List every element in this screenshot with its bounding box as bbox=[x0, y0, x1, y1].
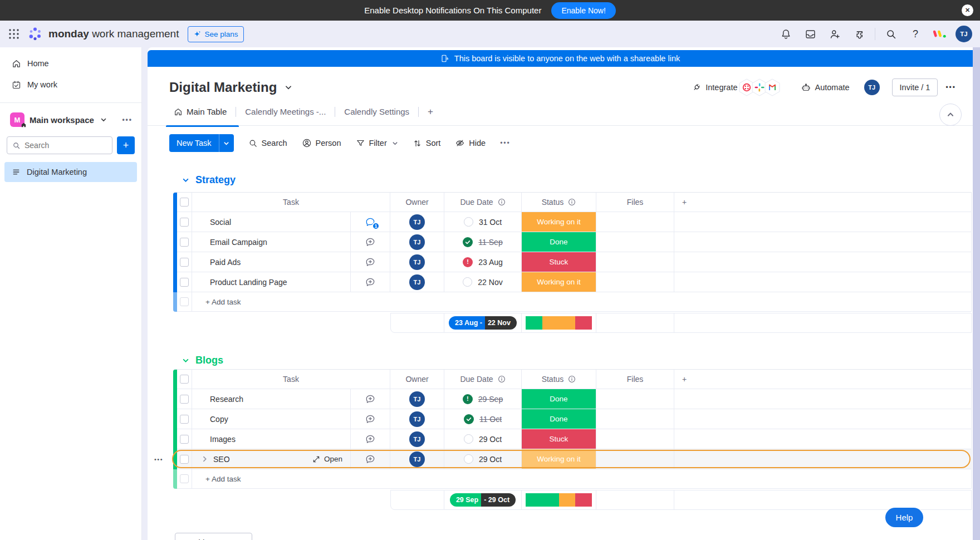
group-collapse-chevron-icon[interactable] bbox=[182, 357, 189, 364]
task-name-cell[interactable]: Paid Ads bbox=[192, 252, 351, 272]
chevron-down-icon[interactable] bbox=[392, 140, 398, 146]
task-name-cell[interactable]: SEO Open bbox=[192, 449, 351, 469]
new-task-button[interactable]: New Task bbox=[169, 134, 234, 152]
add-task-row[interactable]: + Add task bbox=[173, 292, 972, 312]
table-row-images[interactable]: Images TJ 29 Oct Stuck bbox=[173, 429, 972, 449]
owner-cell[interactable]: TJ bbox=[390, 409, 444, 429]
add-update-icon[interactable] bbox=[365, 454, 376, 465]
status-distribution-cell[interactable] bbox=[522, 490, 596, 510]
open-item-button[interactable]: Open bbox=[312, 455, 350, 463]
task-name-cell[interactable]: Research bbox=[192, 389, 351, 409]
add-update-icon[interactable] bbox=[365, 237, 376, 248]
add-update-icon[interactable] bbox=[365, 257, 376, 268]
add-update-icon[interactable] bbox=[365, 414, 376, 425]
updates-chat-icon[interactable]: 1 bbox=[365, 217, 376, 228]
toolbar-more-icon[interactable]: ••• bbox=[500, 139, 511, 147]
table-row-social[interactable]: Social 1 TJ 31 Oct Working on it bbox=[173, 212, 972, 232]
task-name-cell[interactable]: Social bbox=[192, 212, 351, 232]
chevron-down-icon[interactable] bbox=[100, 116, 107, 123]
owner-cell[interactable]: TJ bbox=[390, 232, 444, 252]
row-checkbox[interactable] bbox=[180, 278, 189, 287]
help-icon[interactable]: ? bbox=[906, 25, 924, 43]
select-all-checkbox[interactable] bbox=[180, 375, 189, 384]
tab-calendly-meetings[interactable]: Calendly Meetings -... bbox=[238, 104, 332, 120]
table-row-product-landing-page[interactable]: Product Landing Page TJ 22 Nov Working o… bbox=[173, 272, 972, 292]
info-icon[interactable] bbox=[568, 198, 576, 206]
row-checkbox[interactable] bbox=[180, 218, 189, 227]
table-row-seo[interactable]: ••• SEO Open TJ 29 Oct Working on it bbox=[173, 449, 972, 469]
status-distribution-cell[interactable] bbox=[522, 313, 596, 333]
add-task-button[interactable]: + Add task bbox=[192, 292, 972, 312]
column-header-due-date[interactable]: Due Date bbox=[444, 369, 522, 389]
board-title-chevron-icon[interactable] bbox=[285, 84, 292, 91]
tab-main-table[interactable]: Main Table bbox=[167, 104, 233, 120]
files-cell[interactable] bbox=[596, 272, 674, 292]
row-menu-icon[interactable]: ••• bbox=[154, 449, 163, 469]
apps-marketplace-puzzle-icon[interactable] bbox=[850, 25, 868, 43]
owner-cell[interactable]: TJ bbox=[390, 429, 444, 449]
files-cell[interactable] bbox=[596, 212, 674, 232]
table-row-paid-ads[interactable]: Paid Ads TJ !23 Aug Stuck bbox=[173, 252, 972, 272]
sidebar-item-home[interactable]: Home bbox=[4, 53, 137, 74]
status-cell[interactable]: Working on it bbox=[522, 449, 596, 469]
invite-members-icon[interactable] bbox=[826, 25, 844, 43]
status-cell[interactable]: Working on it bbox=[522, 212, 596, 232]
files-cell[interactable] bbox=[596, 252, 674, 272]
column-header-task[interactable]: Task bbox=[192, 192, 390, 212]
notifications-bell-icon[interactable] bbox=[777, 25, 795, 43]
new-task-dropdown-icon[interactable] bbox=[219, 134, 234, 152]
table-row-copy[interactable]: Copy TJ 11 Oct Done bbox=[173, 409, 972, 429]
task-name-cell[interactable]: Email Campaign bbox=[192, 232, 351, 252]
date-range-cell[interactable]: 23 Aug - 22 Nov bbox=[444, 313, 522, 333]
table-row-email-campaign[interactable]: Email Campaign TJ 11 Sep Done bbox=[173, 232, 972, 252]
due-date-cell[interactable]: 11 Oct bbox=[444, 409, 522, 429]
add-task-row[interactable]: + Add task bbox=[173, 469, 972, 489]
column-header-task[interactable]: Task bbox=[192, 369, 390, 389]
inbox-tray-icon[interactable] bbox=[801, 25, 819, 43]
add-column-button[interactable]: + bbox=[674, 192, 972, 212]
apps-grid-icon[interactable] bbox=[8, 28, 20, 40]
add-column-button[interactable]: + bbox=[674, 369, 972, 389]
workspace-more-icon[interactable]: ••• bbox=[122, 116, 133, 124]
column-header-owner[interactable]: Owner bbox=[390, 192, 444, 212]
info-icon[interactable] bbox=[498, 375, 506, 383]
sidebar-search[interactable] bbox=[7, 136, 112, 154]
owner-cell[interactable]: TJ bbox=[390, 212, 444, 232]
integrate-button[interactable]: Integrate bbox=[692, 82, 737, 92]
collapse-header-button[interactable] bbox=[939, 104, 962, 126]
add-update-icon[interactable] bbox=[365, 277, 376, 288]
status-cell[interactable]: Stuck bbox=[522, 429, 596, 449]
automate-button[interactable]: Automate bbox=[801, 82, 850, 93]
status-cell[interactable]: Done bbox=[522, 389, 596, 409]
filter-button[interactable]: Filter bbox=[356, 139, 398, 148]
status-cell[interactable]: Done bbox=[522, 232, 596, 252]
files-cell[interactable] bbox=[596, 389, 674, 409]
task-name-cell[interactable]: Images bbox=[192, 429, 351, 449]
status-cell[interactable]: Working on it bbox=[522, 272, 596, 292]
see-plans-button[interactable]: See plans bbox=[188, 26, 244, 42]
enable-notifications-button[interactable]: Enable Now! bbox=[551, 2, 615, 19]
column-header-files[interactable]: Files bbox=[596, 369, 674, 389]
workspace-switcher[interactable]: M Main workspace ••• bbox=[0, 110, 141, 130]
group-header-strategy[interactable]: Strategy bbox=[182, 173, 973, 187]
board-more-icon[interactable]: ••• bbox=[945, 84, 956, 91]
owner-cell[interactable]: TJ bbox=[390, 272, 444, 292]
due-date-cell[interactable]: 29 Oct bbox=[444, 429, 522, 449]
monday-logo[interactable]: monday work management bbox=[27, 26, 179, 42]
due-date-cell[interactable]: 22 Nov bbox=[444, 272, 522, 292]
column-header-files[interactable]: Files bbox=[596, 192, 674, 212]
row-checkbox[interactable] bbox=[180, 435, 189, 444]
files-cell[interactable] bbox=[596, 429, 674, 449]
row-checkbox[interactable] bbox=[180, 258, 189, 267]
row-checkbox[interactable] bbox=[180, 395, 189, 404]
group-collapse-chevron-icon[interactable] bbox=[182, 176, 189, 184]
owner-cell[interactable]: TJ bbox=[390, 252, 444, 272]
owner-cell[interactable]: TJ bbox=[390, 389, 444, 409]
select-all-checkbox[interactable] bbox=[180, 198, 189, 207]
vertical-scrollbar[interactable] bbox=[973, 47, 980, 540]
row-checkbox[interactable] bbox=[180, 415, 189, 424]
table-row-research[interactable]: Research TJ !29 Sep Done bbox=[173, 389, 972, 409]
column-header-status[interactable]: Status bbox=[522, 369, 596, 389]
due-date-cell[interactable]: !23 Aug bbox=[444, 252, 522, 272]
row-checkbox[interactable] bbox=[180, 238, 189, 247]
